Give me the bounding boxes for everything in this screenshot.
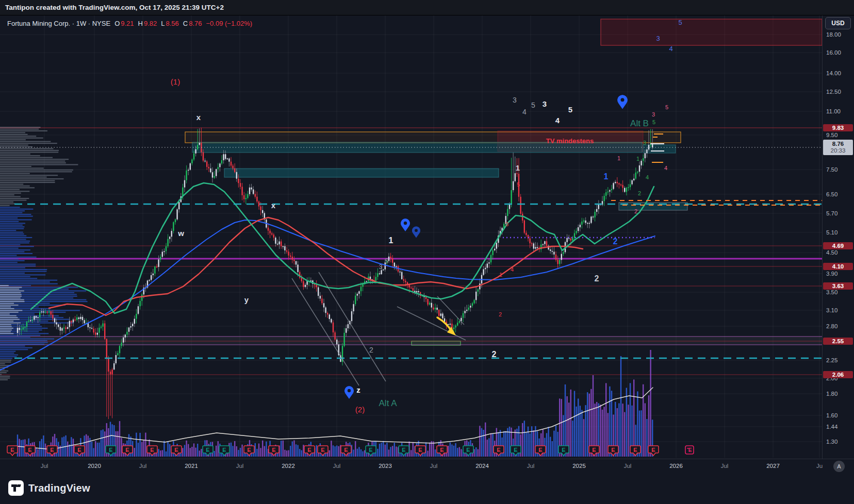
- map-pin-icon[interactable]: [401, 219, 410, 231]
- chart-canvas[interactable]: (1)xwxyz(2)Alt AAlt BTV mindestens135221…: [0, 0, 854, 504]
- wave-label[interactable]: 2: [613, 237, 618, 246]
- time-axis[interactable]: A Jul2020Jul2021Jul2022Jul2023Jul2024Jul…: [0, 459, 854, 473]
- wave-label[interactable]: 4: [646, 174, 649, 180]
- svg-text:E: E: [109, 447, 112, 453]
- map-pin-icon[interactable]: [344, 386, 354, 399]
- svg-text:E: E: [440, 447, 444, 453]
- wave-label[interactable]: 5: [652, 119, 655, 125]
- wave-label[interactable]: 5: [665, 104, 668, 110]
- time-tick: 2021: [185, 463, 198, 469]
- price-axis[interactable]: USD 18.0016.0014.0012.5011.009.507.506.5…: [822, 15, 854, 459]
- wave-label[interactable]: Alt B: [630, 119, 649, 128]
- ohlc-key: O: [114, 20, 120, 27]
- earnings-badge[interactable]: E: [589, 446, 599, 456]
- wave-label[interactable]: 4: [555, 116, 560, 125]
- svg-text:E: E: [247, 447, 251, 453]
- currency-button[interactable]: USD: [825, 17, 851, 29]
- price-tick: 16.00: [823, 49, 854, 56]
- wave-label[interactable]: 1: [636, 156, 639, 162]
- wave-label[interactable]: 3: [543, 99, 547, 108]
- earnings-badge[interactable]: E: [171, 446, 182, 456]
- symbol-legend[interactable]: Fortuna Mining Corp. · 1W · NYSEO9.21H9.…: [7, 20, 253, 27]
- wave-label[interactable]: 1: [617, 155, 620, 161]
- wave-label[interactable]: 3: [643, 140, 646, 146]
- wave-label[interactable]: 5: [531, 101, 535, 109]
- wave-label[interactable]: w: [177, 229, 184, 238]
- price-tick: 7.50: [823, 166, 854, 173]
- price-alert-badge[interactable]: 4.10: [823, 263, 853, 270]
- zone-box[interactable]: [643, 145, 676, 153]
- earnings-badge[interactable]: E: [318, 446, 328, 456]
- wave-label[interactable]: 3: [656, 35, 660, 42]
- auto-scale-button[interactable]: A: [833, 461, 845, 472]
- wave-label[interactable]: z: [356, 385, 360, 394]
- wave-label[interactable]: 5: [678, 19, 682, 26]
- wave-label[interactable]: TV mindestens: [546, 137, 594, 145]
- time-tick: Ju: [816, 463, 823, 469]
- wave-label[interactable]: 5: [385, 258, 388, 265]
- wave-label[interactable]: 1: [604, 172, 609, 181]
- price-tick: 12.50: [823, 89, 854, 95]
- svg-text:E: E: [321, 447, 324, 453]
- wave-label[interactable]: 2: [634, 208, 637, 214]
- zone-box[interactable]: [224, 169, 499, 177]
- wave-label[interactable]: 2: [595, 274, 599, 283]
- price-tick: 9.50: [823, 132, 854, 138]
- wave-label[interactable]: (1): [171, 77, 180, 86]
- wave-label[interactable]: 1: [516, 163, 520, 172]
- tradingview-logo[interactable]: TradingView: [8, 480, 90, 496]
- wave-label[interactable]: 3: [652, 111, 655, 117]
- future-earnings-badge[interactable]: E: [685, 446, 694, 454]
- wave-label[interactable]: 5: [517, 181, 520, 188]
- current-price-badge[interactable]: 8.7620:33: [823, 140, 853, 155]
- wave-label[interactable]: 4: [669, 45, 672, 53]
- time-tick: 2025: [572, 463, 586, 469]
- wave-label[interactable]: 4: [511, 266, 514, 273]
- price-alert-badge[interactable]: 3.63: [823, 282, 853, 290]
- price-tick: 2.80: [823, 323, 854, 329]
- wave-label[interactable]: 1: [389, 236, 393, 245]
- price-tick: 1.44: [823, 424, 854, 430]
- wave-label[interactable]: (2): [355, 405, 365, 414]
- zone-box[interactable]: [601, 19, 822, 45]
- wave-label[interactable]: 2: [369, 346, 373, 354]
- wave-label[interactable]: 3: [379, 263, 383, 271]
- svg-text:E: E: [402, 447, 405, 453]
- tradingview-logo-text: TradingView: [28, 482, 90, 494]
- price-tick: 11.00: [823, 108, 854, 114]
- price-alert-badge[interactable]: 2.06: [823, 371, 853, 378]
- wave-label[interactable]: 3: [513, 96, 517, 104]
- ohlc-key: L: [161, 20, 165, 27]
- wave-label[interactable]: Alt A: [379, 398, 398, 408]
- price-alert-badge[interactable]: 4.69: [823, 242, 853, 249]
- svg-text:E: E: [633, 447, 637, 453]
- trendline[interactable]: [292, 278, 359, 385]
- price-tick: 14.00: [823, 70, 854, 76]
- price-alert-badge[interactable]: 2.55: [823, 338, 853, 345]
- earnings-badge[interactable]: E: [147, 446, 157, 456]
- wave-label[interactable]: 2: [638, 190, 641, 196]
- wave-label[interactable]: x: [196, 113, 201, 122]
- map-pin-icon[interactable]: [617, 95, 628, 109]
- earnings-badge[interactable]: E: [203, 446, 213, 456]
- tradingview-window: Tantipon created with TradingView.com, O…: [0, 0, 854, 504]
- svg-text:E: E: [150, 447, 154, 453]
- wave-label[interactable]: 3: [505, 221, 508, 227]
- map-pin-icon[interactable]: [412, 226, 420, 238]
- wave-label[interactable]: 4: [664, 165, 667, 171]
- wave-label[interactable]: 1: [499, 272, 502, 278]
- wave-label[interactable]: 2: [492, 350, 497, 359]
- earnings-badge[interactable]: E: [648, 446, 659, 456]
- symbol-title[interactable]: Fortuna Mining Corp. · 1W · NYSE: [7, 20, 110, 27]
- time-tick: Jul: [527, 463, 535, 469]
- wave-label[interactable]: 2: [499, 311, 502, 317]
- ohlc-value: 8.76: [189, 20, 202, 27]
- trendline[interactable]: [319, 272, 386, 381]
- earnings-badge[interactable]: E: [7, 446, 18, 456]
- wave-label[interactable]: y: [244, 295, 249, 304]
- time-tick: 2020: [88, 463, 101, 469]
- wave-label[interactable]: 5: [568, 105, 572, 114]
- wave-label[interactable]: 4: [522, 108, 527, 116]
- price-alert-badge[interactable]: 9.83: [823, 124, 853, 131]
- wave-label[interactable]: x: [271, 201, 276, 210]
